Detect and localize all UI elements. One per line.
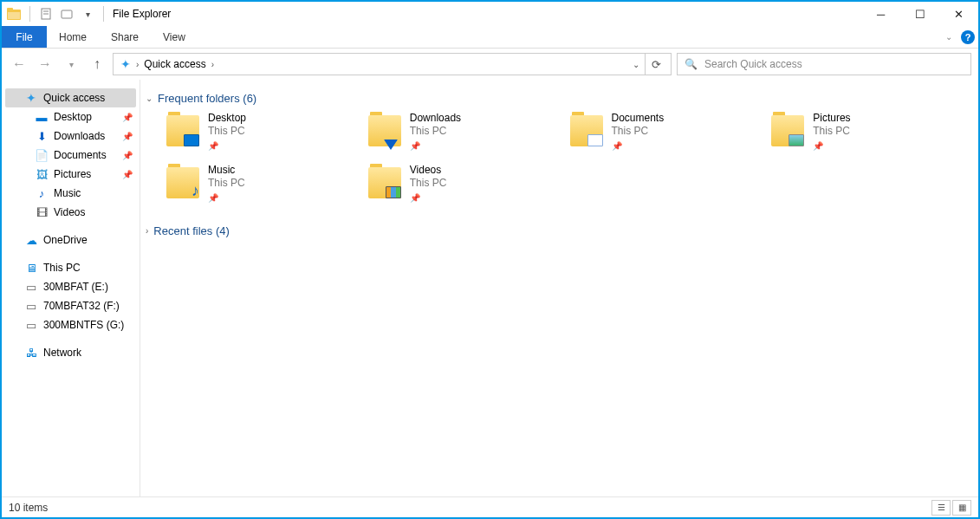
nav-row: ← → ▾ ↑ ✦ › Quick access › ⌄ ⟳ 🔍 Search … — [2, 49, 978, 80]
pictures-icon: 🖼 — [35, 167, 49, 181]
minimize-button[interactable]: ─ — [861, 2, 900, 26]
up-button[interactable]: ↑ — [87, 54, 107, 75]
view-icons-button[interactable]: ▦ — [952, 500, 971, 516]
chevron-down-icon: ⌄ — [146, 94, 153, 103]
folder-item-downloads[interactable]: DownloadsThis PC📌 — [367, 112, 568, 153]
tree-drive[interactable]: ▭70MBFAT32 (F:) — [2, 296, 140, 315]
tree-network[interactable]: 🖧 Network — [2, 343, 140, 362]
refresh-button[interactable]: ⟳ — [645, 54, 667, 75]
address-bar[interactable]: ✦ › Quick access › ⌄ ⟳ — [113, 53, 672, 75]
desktop-badge-icon — [184, 134, 199, 146]
tree-label: Quick access — [43, 92, 105, 104]
folder-item-music[interactable]: MusicThis PC📌 — [165, 164, 367, 205]
folder-location: This PC — [813, 125, 850, 138]
maximize-button[interactable]: ☐ — [900, 2, 939, 26]
onedrive-icon: ☁ — [24, 233, 38, 247]
qat-dropdown-icon[interactable]: ▾ — [79, 5, 96, 23]
search-input[interactable]: 🔍 Search Quick access — [677, 53, 971, 75]
search-placeholder: Search Quick access — [704, 58, 802, 70]
tree-label: 30MBFAT (E:) — [43, 281, 108, 293]
separator — [103, 6, 104, 22]
separator — [29, 6, 30, 22]
network-icon: 🖧 — [24, 346, 38, 360]
folder-item-pictures[interactable]: PicturesThis PC📌 — [769, 112, 971, 153]
pin-icon: 📌 — [208, 139, 218, 152]
folder-name: Videos — [410, 164, 447, 177]
tab-share[interactable]: Share — [99, 26, 151, 48]
nav-tree: ✦ Quick access ▬Desktop📌⬇Downloads📌📄Docu… — [2, 80, 140, 496]
documents-icon: 📄 — [35, 148, 49, 162]
ribbon-collapse-icon[interactable]: ⌄ — [940, 26, 957, 48]
folder-name: Desktop — [208, 112, 246, 125]
down-badge-icon — [384, 139, 398, 150]
tree-item-documents[interactable]: 📄Documents📌 — [2, 146, 140, 165]
tree-drive[interactable]: ▭30MBFAT (E:) — [2, 277, 140, 296]
folder-name: Pictures — [813, 112, 850, 125]
close-button[interactable]: ✕ — [939, 2, 978, 26]
music-icon: ♪ — [35, 186, 49, 200]
drive-icon: ▭ — [24, 318, 38, 332]
folder-item-desktop[interactable]: DesktopThis PC📌 — [165, 112, 367, 153]
app-icon — [5, 5, 23, 23]
breadcrumb-chevron-icon[interactable]: › — [134, 60, 140, 69]
desktop-icon: ▬ — [35, 110, 49, 124]
status-bar: 10 items ☰ ▦ — [2, 496, 978, 517]
group-recent-files[interactable]: › Recent files (4) — [144, 221, 971, 244]
title-bar: ▾ File Explorer ─ ☐ ✕ — [2, 2, 978, 26]
pin-icon: 📌 — [122, 151, 133, 160]
group-frequent-folders[interactable]: ⌄ Frequent folders (6) — [144, 88, 971, 112]
breadcrumb-root[interactable]: ✦ — [117, 57, 134, 71]
folder-item-videos[interactable]: VideosThis PC📌 — [367, 164, 568, 205]
tree-item-desktop[interactable]: ▬Desktop📌 — [2, 107, 140, 127]
ribbon-tabs: File Home Share View ⌄ ? — [2, 26, 978, 49]
group-label: Recent files (4) — [153, 224, 229, 237]
pin-icon: 📌 — [410, 191, 420, 204]
search-icon: 🔍 — [685, 58, 698, 70]
tree-item-downloads[interactable]: ⬇Downloads📌 — [2, 127, 140, 146]
music-badge-icon — [185, 181, 199, 198]
content-pane: ⌄ Frequent folders (6) DesktopThis PC📌Do… — [140, 80, 978, 496]
quick-access-star-icon: ✦ — [24, 91, 38, 105]
breadcrumb-chevron-icon[interactable]: › — [210, 60, 216, 69]
tree-quick-access[interactable]: ✦ Quick access — [5, 88, 136, 107]
pin-icon: 📌 — [410, 139, 420, 152]
tree-this-pc[interactable]: 🖥 This PC — [2, 258, 140, 277]
address-dropdown-icon[interactable]: ⌄ — [627, 60, 645, 69]
breadcrumb-current[interactable]: Quick access — [140, 58, 209, 70]
folder-location: This PC — [612, 125, 665, 138]
folder-icon — [769, 112, 806, 148]
tree-label: OneDrive — [43, 234, 88, 246]
folder-item-documents[interactable]: DocumentsThis PC📌 — [568, 112, 770, 153]
tree-item-music[interactable]: ♪Music — [2, 184, 140, 203]
tab-home[interactable]: Home — [47, 26, 99, 48]
folder-name: Music — [208, 164, 245, 177]
tree-item-pictures[interactable]: 🖼Pictures📌 — [2, 165, 140, 184]
pin-icon: 📌 — [122, 113, 133, 122]
folder-icon — [165, 112, 201, 148]
folder-icon — [165, 164, 201, 200]
pin-icon: 📌 — [612, 139, 622, 152]
video-badge-icon — [386, 186, 401, 198]
tree-item-videos[interactable]: 🎞Videos — [2, 203, 140, 222]
qat-newfolder-icon[interactable] — [58, 5, 75, 23]
folder-location: This PC — [410, 125, 461, 138]
drive-icon: ▭ — [24, 299, 38, 313]
recent-dropdown-icon[interactable]: ▾ — [61, 54, 81, 75]
drive-icon: ▭ — [24, 280, 38, 294]
back-button[interactable]: ← — [9, 54, 29, 75]
tree-label: 300MBNTFS (G:) — [43, 319, 124, 331]
help-button[interactable]: ? — [957, 26, 978, 48]
pin-icon: 📌 — [122, 132, 133, 141]
tree-onedrive[interactable]: ☁ OneDrive — [2, 230, 140, 250]
tree-label: Downloads — [54, 130, 105, 142]
file-tab[interactable]: File — [2, 26, 47, 48]
folder-icon — [568, 112, 605, 148]
svg-rect-6 — [62, 10, 72, 18]
folder-location: This PC — [208, 177, 245, 190]
tree-drive[interactable]: ▭300MBNTFS (G:) — [2, 315, 140, 334]
tree-label: Music — [54, 187, 81, 199]
tab-view[interactable]: View — [151, 26, 198, 48]
view-details-button[interactable]: ☰ — [931, 500, 951, 516]
qat-properties-icon[interactable] — [37, 5, 55, 23]
forward-button[interactable]: → — [35, 54, 55, 75]
